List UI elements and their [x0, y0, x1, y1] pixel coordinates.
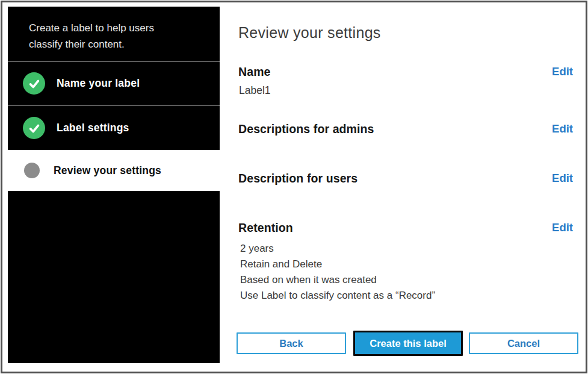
setting-value-name: Label1: [239, 84, 271, 97]
wizard-dialog: Create a label to help users classify th…: [1, 1, 587, 373]
check-circle-icon: [23, 72, 45, 95]
retention-details: 2 years Retain and Delete Based on when …: [240, 241, 435, 304]
check-circle-icon: [23, 117, 45, 139]
setting-row-retention: Retention Edit: [238, 221, 573, 235]
step-label: Review your settings: [54, 164, 161, 177]
edit-user-description-link[interactable]: Edit: [552, 172, 573, 185]
retention-detail-line: Retain and Delete: [240, 257, 435, 272]
edit-admin-description-link[interactable]: Edit: [552, 122, 573, 136]
step-label: Label settings: [57, 122, 129, 134]
cancel-button[interactable]: Cancel: [469, 332, 578, 354]
sidebar-step-label-settings[interactable]: Label settings: [8, 106, 220, 150]
retention-detail-line: 2 years: [240, 241, 435, 257]
sidebar-step-name-your-label[interactable]: Name your label: [8, 62, 220, 106]
setting-row-name: Name Edit: [238, 65, 573, 79]
setting-title: Descriptions for admins: [238, 122, 374, 136]
wizard-sidebar: Create a label to help users classify th…: [8, 7, 220, 363]
setting-title: Description for users: [238, 172, 357, 185]
setting-row-description-for-users: Description for users Edit: [238, 172, 573, 185]
dot-icon: [24, 163, 40, 178]
sidebar-step-review-your-settings[interactable]: Review your settings: [8, 150, 220, 191]
setting-row-descriptions-for-admins: Descriptions for admins Edit: [238, 122, 573, 136]
sidebar-intro: Create a label to help users classify th…: [8, 7, 220, 62]
setting-title: Name: [238, 65, 271, 79]
setting-title: Retention: [238, 221, 293, 235]
edit-name-link[interactable]: Edit: [552, 65, 573, 78]
page-title: Review your settings: [238, 24, 381, 42]
sidebar-filler-panel: [8, 191, 220, 363]
retention-detail-line: Use Label to classify content as a “Reco…: [240, 288, 435, 304]
create-this-label-button[interactable]: Create this label: [353, 331, 463, 356]
back-button[interactable]: Back: [237, 332, 346, 354]
step-label: Name your label: [57, 77, 140, 90]
sidebar-intro-text: Create a label to help users classify th…: [29, 20, 179, 52]
edit-retention-link[interactable]: Edit: [552, 221, 573, 234]
review-settings-panel: Review your settings Name Edit Label1 De…: [221, 2, 586, 372]
retention-detail-line: Based on when it was created: [240, 272, 435, 288]
